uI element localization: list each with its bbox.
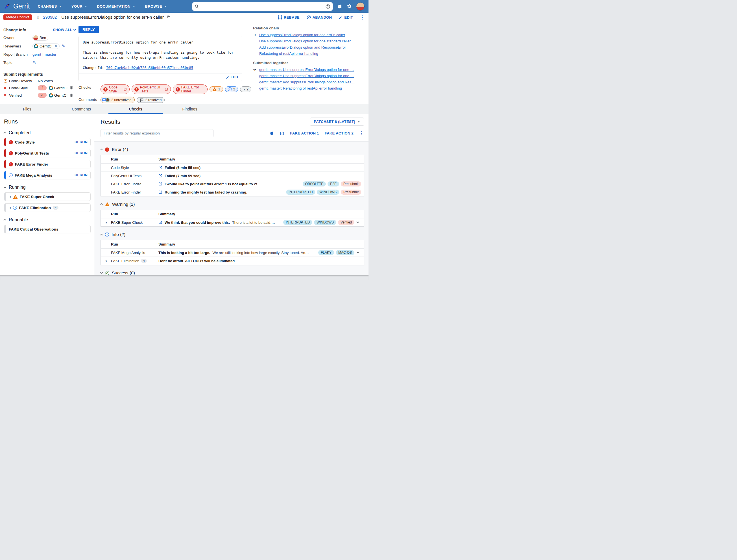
tab-checks[interactable]: Checks — [108, 104, 163, 114]
relation-chain-link[interactable]: Add suppressErrorDialogs option and Resp… — [259, 45, 346, 49]
reviewer-chip[interactable]: GerritCI ✕ — [32, 44, 60, 49]
requirement-name: Code-Review — [9, 79, 33, 83]
edit-commit-button[interactable]: EDIT — [226, 75, 239, 79]
run-card-polygerrit-ui-tests[interactable]: ! PolyGerrit UI Tests RERUN — [4, 149, 91, 157]
run-card-fake-super-check[interactable]: ◑ ! FAKE Super Check — [4, 192, 91, 201]
rerun-button[interactable]: RERUN — [75, 140, 88, 144]
star-icon[interactable]: ☆ — [36, 14, 40, 20]
show-all-button[interactable]: SHOW ALL — [53, 28, 76, 32]
abandon-button[interactable]: ABANDON — [307, 15, 332, 20]
branch-link[interactable]: master — [45, 52, 56, 57]
warning-icon: ! — [13, 195, 18, 199]
fake-action-1-button[interactable]: FAKE ACTION 1 — [290, 131, 319, 135]
submitted-together-link[interactable]: gerrit: master: Use suppressErrorDialogs… — [259, 74, 354, 78]
run-card-fake-error-finder[interactable]: ! FAKE Error Finder — [4, 160, 91, 168]
copy-icon[interactable] — [167, 15, 171, 19]
reply-button[interactable]: REPLY — [79, 26, 99, 33]
change-info-column: Change Info SHOW ALL Owner Ben Reviewers… — [3, 22, 79, 104]
result-row[interactable]: FAKE Error Finder I would like to point … — [101, 180, 364, 188]
resolved-comments-chip[interactable]: 2 resolved — [137, 97, 165, 103]
runs-group-runnable[interactable]: Runnable — [4, 217, 91, 222]
nav-menu-changes[interactable]: CHANGES ▼ — [38, 4, 62, 8]
expand-row-icon[interactable] — [357, 250, 359, 253]
external-link-icon[interactable] — [158, 182, 162, 186]
tab-comments[interactable]: Comments — [54, 104, 108, 114]
search-bar[interactable] — [192, 2, 333, 11]
submitted-together-link[interactable]: gerrit: master: Refactoring of restApi e… — [259, 86, 342, 90]
nav-menu-browse[interactable]: BROWSE ▼ — [145, 4, 167, 8]
relation-chain-column: Relation chain ➔ Use suppressErrorDialog… — [251, 22, 364, 104]
result-row[interactable]: FAKE Mega Analysis This is looking a bit… — [101, 248, 364, 257]
run-card-fake-critical-observations[interactable]: FAKE Critical Observations — [4, 225, 91, 233]
owner-chip[interactable]: Ben — [32, 35, 48, 41]
delete-vote-icon[interactable] — [69, 93, 73, 97]
settings-gear-icon[interactable] — [347, 4, 352, 9]
runs-group-label: Runnable — [9, 217, 28, 222]
check-chip-running-count[interactable]: ◑ 2 — [240, 86, 251, 92]
run-card-fake-elimination[interactable]: ◑ i FAKE Elimination 4 — [4, 203, 91, 212]
relation-chain-link[interactable]: Use suppressErrorDialogs option for one … — [259, 33, 345, 37]
runs-group-label: Running — [9, 185, 26, 190]
rebase-button[interactable]: REBASE — [278, 15, 300, 20]
section-success[interactable]: ✓ Success (0) — [101, 270, 364, 275]
fake-action-2-button[interactable]: FAKE ACTION 2 — [325, 131, 354, 135]
run-card-code-style[interactable]: ! Code Style RERUN — [4, 138, 91, 146]
patchset-selector[interactable]: PATCHSET 8 (LATEST) ▼ — [310, 118, 364, 126]
submitted-together-link[interactable]: gerrit: master: Use suppressErrorDialogs… — [259, 68, 354, 72]
rerun-button[interactable]: RERUN — [75, 151, 88, 155]
result-row[interactable]: FAKE Error Finder Running the mighty tes… — [101, 188, 364, 196]
delete-vote-icon[interactable] — [69, 86, 73, 90]
more-options-icon[interactable]: ⋮ — [359, 130, 364, 136]
vote-account[interactable]: GerritCI — [49, 86, 68, 90]
user-avatar[interactable] — [356, 2, 365, 11]
edit-button[interactable]: EDIT — [339, 15, 353, 19]
edit-topic-icon[interactable]: ✎ — [32, 60, 36, 65]
nav-menu-your[interactable]: YOUR ▼ — [71, 4, 87, 8]
more-options-icon[interactable]: ⋮ — [360, 14, 365, 20]
repo-link[interactable]: gerrit — [32, 52, 41, 57]
submitted-together-link[interactable]: gerrit: master: Add suppressErrorDialogs… — [259, 80, 355, 84]
tab-findings[interactable]: Findings — [163, 104, 217, 114]
external-link-icon[interactable] — [158, 166, 162, 170]
check-chip-info-count[interactable]: i 2 — [225, 86, 238, 92]
change-number-link[interactable]: 290982 — [43, 15, 57, 19]
section-warning[interactable]: ! Warning (1) — [101, 202, 364, 207]
tab-files[interactable]: Files — [0, 104, 54, 114]
check-chip-fake-error-finder[interactable]: ! FAKE Error Finder — [173, 84, 208, 94]
relation-chain-link[interactable]: Use suppressErrorDialogs option for one … — [259, 39, 351, 43]
section-info[interactable]: i Info (2) — [101, 232, 364, 237]
rerun-button[interactable]: RERUN — [75, 173, 88, 177]
edit-reviewers-icon[interactable]: ✎ — [62, 44, 66, 49]
vote-account[interactable]: GerritCI — [49, 93, 68, 97]
external-link-icon[interactable] — [280, 131, 284, 136]
result-row[interactable]: ◑ FAKE Super Check We think that you cou… — [101, 218, 364, 226]
result-row[interactable]: ◑ FAKE Elimination 4 Dont be afraid. All… — [101, 257, 364, 265]
check-chip-code-style[interactable]: ! Code Style — [101, 84, 130, 94]
check-chip-warning-count[interactable]: ! 1 — [210, 86, 223, 92]
check-chip-polygerrit-ui-tests[interactable]: ! PolyGerrit UI Tests — [132, 84, 171, 94]
runs-group-completed[interactable]: Completed — [4, 130, 91, 135]
change-id-link[interactable]: I09a7aeb9a4d02ab726a56bebb00a571cca050c8… — [106, 66, 194, 70]
runs-group-running[interactable]: Running — [4, 185, 91, 190]
search-input[interactable] — [201, 4, 325, 8]
relation-chain-item: ➔ Use suppressErrorDialogs option for on… — [253, 32, 364, 38]
external-link-icon[interactable] — [158, 220, 162, 224]
expand-row-icon[interactable] — [357, 220, 359, 223]
run-card-fake-mega-analysis[interactable]: i FAKE Mega Analysis RERUN — [4, 171, 91, 179]
section-error[interactable]: ! Error (4) — [101, 147, 364, 152]
bug-report-icon[interactable] — [337, 4, 343, 9]
nav-menu-documentation[interactable]: DOCUMENTATION ▼ — [97, 4, 135, 8]
requirement-note: No votes. — [38, 79, 54, 83]
external-link-icon[interactable] — [158, 190, 162, 194]
help-icon[interactable] — [325, 4, 331, 9]
results-filter-input[interactable] — [101, 129, 214, 137]
external-link-icon[interactable] — [158, 174, 162, 178]
remove-reviewer-icon[interactable]: ✕ — [55, 44, 57, 48]
relation-chain-link[interactable]: Refactoring of restApi error handling — [259, 51, 318, 56]
gerrit-brand[interactable]: Gerrit — [3, 2, 30, 11]
result-row[interactable]: PolyGerrit UI Tests Failed (7 min 59 sec… — [101, 172, 364, 180]
bug-report-icon[interactable] — [270, 131, 274, 136]
result-row[interactable]: Code Style Failed (6 min 55 sec) — [101, 163, 364, 172]
unresolved-comments-chip[interactable]: 2 unresolved — [101, 97, 135, 103]
change-header: Merge Conflict ☆ 290982 Use suppressErro… — [0, 13, 368, 22]
